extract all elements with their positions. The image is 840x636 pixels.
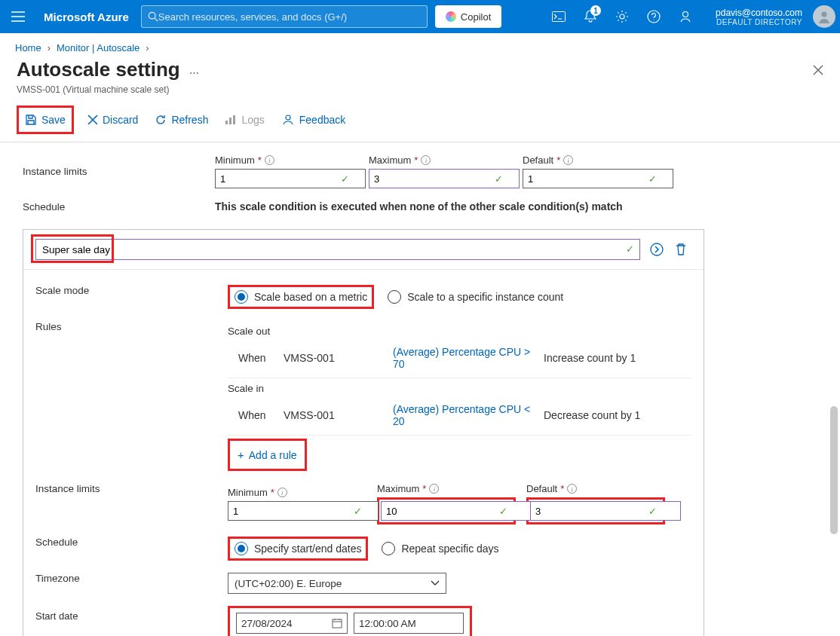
svg-line-1 <box>155 18 158 21</box>
check-icon: ✓ <box>626 243 634 255</box>
search-input[interactable] <box>158 11 421 23</box>
condition-name-input[interactable] <box>35 239 640 260</box>
scale-out-rule[interactable]: When VMSS-001 (Average) Percentage CPU >… <box>228 341 691 378</box>
settings-icon[interactable] <box>607 0 637 33</box>
check-icon: ✓ <box>341 173 349 185</box>
start-time-input[interactable]: 12:00:00 AM <box>354 613 464 634</box>
scale-condition-card: ✓ Scale mode Scale based on a metric <box>23 229 704 636</box>
scale-mode-label: Scale mode <box>35 285 228 296</box>
scale-in-title: Scale in <box>228 383 691 394</box>
timezone-select[interactable]: (UTC+02:00) E. Europe <box>228 573 446 594</box>
radio-repeat-label: Repeat specific days <box>401 543 498 555</box>
svg-rect-9 <box>233 115 235 124</box>
minimum-label: Minimum <box>228 487 268 498</box>
info-icon[interactable]: i <box>421 155 431 165</box>
svg-rect-8 <box>229 118 231 124</box>
save-button[interactable]: Save <box>22 109 69 131</box>
chevron-right-icon: › <box>48 42 51 54</box>
feedback-label: Feedback <box>299 114 345 126</box>
info-icon[interactable]: i <box>567 484 577 494</box>
rule-in-condition[interactable]: (Average) Percentage CPU < 20 <box>393 403 544 427</box>
logs-icon <box>225 115 237 125</box>
cloud-shell-icon[interactable] <box>544 0 574 33</box>
rule-when-label: When <box>238 352 284 364</box>
radio-scale-count[interactable]: Scale to a specific instance count <box>388 290 563 304</box>
radio-repeat-days[interactable]: Repeat specific days <box>382 542 498 555</box>
maximum-label: Maximum <box>377 483 419 494</box>
refresh-icon <box>155 114 167 126</box>
global-search[interactable] <box>141 5 428 28</box>
user-email: pdavis@contoso.com <box>716 8 802 18</box>
radio-specify-dates[interactable]: Specify start/end dates <box>235 542 361 555</box>
check-icon: ✓ <box>499 506 507 517</box>
rule-out-action: Increase count by 1 <box>544 352 636 364</box>
schedule-label: Schedule <box>23 201 215 213</box>
check-icon: ✓ <box>648 173 657 185</box>
default-label: Default <box>523 154 553 166</box>
calendar-icon <box>332 618 342 628</box>
brand-label: Microsoft Azure <box>32 11 141 23</box>
breadcrumb-monitor-autoscale[interactable]: Monitor | Autoscale <box>57 42 139 54</box>
chevron-right-icon: › <box>146 42 149 54</box>
check-icon: ✓ <box>354 506 362 517</box>
rule-when-label: When <box>238 409 284 421</box>
svg-point-11 <box>651 243 663 255</box>
schedule-label-2: Schedule <box>35 537 228 548</box>
svg-rect-12 <box>333 619 342 628</box>
rule-out-condition[interactable]: (Average) Percentage CPU > 70 <box>393 346 544 370</box>
breadcrumb-home[interactable]: Home <box>15 42 41 54</box>
cond-max-input[interactable] <box>381 501 532 521</box>
chevron-down-icon <box>431 580 440 586</box>
refresh-label: Refresh <box>171 114 208 126</box>
page-subtitle: VMSS-001 (Virtual machine scale set) <box>0 84 840 102</box>
add-rule-button[interactable]: + Add a rule <box>235 442 300 467</box>
info-icon[interactable]: i <box>429 484 439 494</box>
close-icon[interactable] <box>813 65 823 75</box>
timezone-value: (UTC+02:00) E. Europe <box>235 578 342 589</box>
svg-point-0 <box>149 12 155 19</box>
save-label: Save <box>41 114 66 126</box>
help-icon[interactable] <box>639 0 669 33</box>
user-directory: DEFAULT DIRECTORY <box>716 18 802 26</box>
refresh-button[interactable]: Refresh <box>152 109 211 131</box>
info-icon[interactable]: i <box>277 488 287 497</box>
scale-in-rule[interactable]: When VMSS-001 (Average) Percentage CPU <… <box>228 399 691 436</box>
radio-scale-metric[interactable]: Scale based on a metric <box>235 290 367 304</box>
feedback-button[interactable]: Feedback <box>278 109 348 131</box>
default-schedule-message: This scale condition is executed when no… <box>215 200 623 213</box>
menu-icon[interactable] <box>5 3 32 30</box>
azure-top-bar: Microsoft Azure Copilot 1 pdavis@contoso… <box>0 0 840 33</box>
notification-badge: 1 <box>590 5 601 16</box>
rename-condition-icon[interactable] <box>649 242 664 257</box>
maximum-label: Maximum <box>369 154 411 166</box>
info-icon[interactable]: i <box>563 155 573 165</box>
copilot-label: Copilot <box>461 11 491 23</box>
scale-out-title: Scale out <box>228 326 691 337</box>
timezone-label: Timezone <box>35 573 228 584</box>
check-icon: ✓ <box>648 506 657 517</box>
cond-def-input[interactable] <box>530 501 681 521</box>
info-icon[interactable]: i <box>265 155 274 165</box>
feedback-top-icon[interactable] <box>670 0 701 33</box>
notifications-icon[interactable]: 1 <box>575 0 605 33</box>
user-account[interactable]: pdavis@contoso.com DEFAULT DIRECTORY <box>702 8 808 26</box>
more-icon[interactable]: ⋯ <box>189 67 200 78</box>
logs-label: Logs <box>241 114 264 126</box>
vertical-scrollbar[interactable] <box>829 142 838 636</box>
check-icon: ✓ <box>495 173 503 185</box>
instance-limits-label: Instance limits <box>23 166 215 177</box>
page-title: Autoscale setting <box>17 58 180 81</box>
delete-condition-icon[interactable] <box>673 242 688 257</box>
feedback-icon <box>281 114 295 126</box>
radio-scale-count-label: Scale to a specific instance count <box>407 291 563 303</box>
copilot-button[interactable]: Copilot <box>435 5 501 28</box>
start-date-label: Start date <box>35 610 228 622</box>
plus-icon: + <box>238 448 244 461</box>
minimum-label: Minimum <box>215 154 255 166</box>
discard-button[interactable]: Discard <box>84 109 141 131</box>
rule-resource: VMSS-001 <box>284 352 393 364</box>
start-date-input[interactable]: 27/08/2024 <box>236 613 348 634</box>
avatar[interactable] <box>813 5 835 28</box>
default-label: Default <box>526 483 557 494</box>
save-icon <box>25 114 37 126</box>
